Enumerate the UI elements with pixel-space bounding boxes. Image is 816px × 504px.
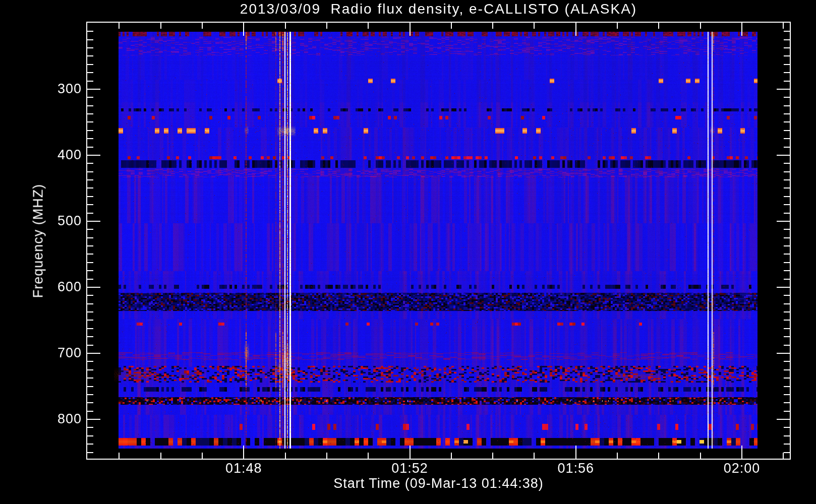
x-tick-label: 01:48 <box>208 461 279 476</box>
y-tick-label: 700 <box>26 345 82 361</box>
x-axis-label: Start Time (09-Mar-13 01:44:38) <box>87 476 790 491</box>
x-tick-label: 02:00 <box>707 461 777 476</box>
chart-title: 2013/03/09 Radio flux density, e-CALLIST… <box>87 1 790 17</box>
y-tick-label: 400 <box>26 147 82 163</box>
x-tick-label: 01:56 <box>541 461 611 476</box>
spectrogram-canvas <box>0 0 816 504</box>
spectrogram-figure: 2013/03/09 Radio flux density, e-CALLIST… <box>0 0 816 504</box>
x-tick-label: 01:52 <box>375 461 445 476</box>
y-tick-label: 500 <box>26 213 82 229</box>
y-tick-label: 600 <box>26 279 82 295</box>
y-tick-label: 300 <box>26 81 82 97</box>
y-tick-label: 800 <box>26 411 82 427</box>
